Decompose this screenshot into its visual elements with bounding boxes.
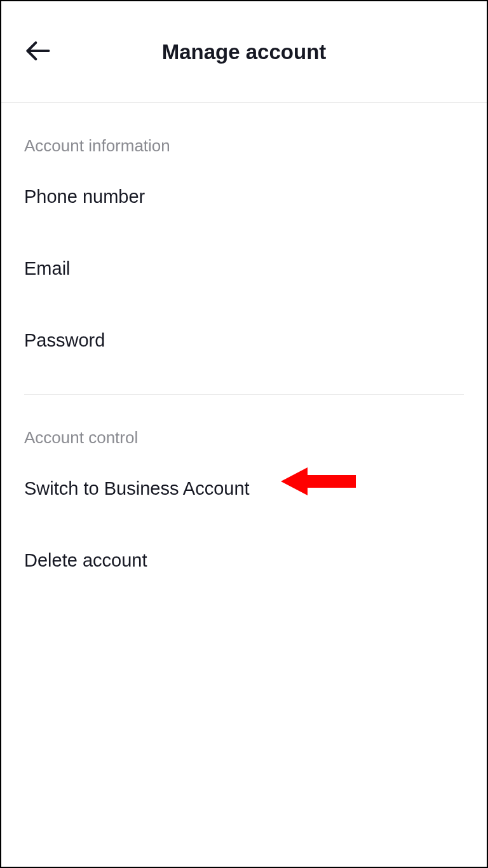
page-title: Manage account	[24, 40, 464, 64]
header: Manage account	[1, 1, 487, 103]
section-header-account-information: Account information	[24, 103, 464, 161]
list-item-label: Email	[24, 258, 71, 279]
list-item-password[interactable]: Password	[24, 305, 464, 376]
list-item-label: Switch to Business Account	[24, 478, 250, 499]
list-item-email[interactable]: Email	[24, 233, 464, 305]
list-item-switch-to-business-account[interactable]: Switch to Business Account	[24, 453, 464, 525]
list-item-label: Phone number	[24, 186, 145, 207]
list-item-phone-number[interactable]: Phone number	[24, 161, 464, 233]
back-button[interactable]	[24, 37, 52, 67]
content: Account information Phone number Email P…	[1, 103, 487, 596]
section-header-account-control: Account control	[24, 395, 464, 453]
arrow-left-icon	[24, 37, 52, 67]
list-item-delete-account[interactable]: Delete account	[24, 525, 464, 596]
list-item-label: Delete account	[24, 550, 147, 570]
list-item-label: Password	[24, 330, 105, 350]
